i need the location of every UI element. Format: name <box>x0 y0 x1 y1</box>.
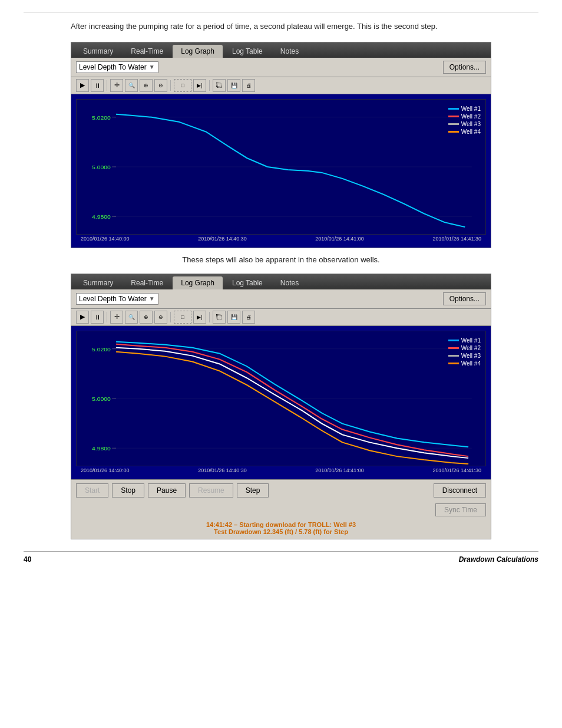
step-button[interactable]: Step <box>237 483 269 498</box>
tab-notes-2[interactable]: Notes <box>272 276 307 289</box>
disconnect-button[interactable]: Disconnect <box>434 483 486 498</box>
x2-label-2: 2010/01/26 14:40:30 <box>198 467 247 473</box>
print-button-2[interactable]: 🖨 <box>242 311 255 324</box>
copy-button-2[interactable]: ⿻ <box>213 311 226 324</box>
pause-button-1[interactable]: ⏸ <box>91 79 104 92</box>
legend-color-well4-2 <box>448 363 459 364</box>
pause-button[interactable]: Pause <box>148 483 186 498</box>
chart-inner-2: 5.0200 5.0000 4.9800 <box>76 331 486 466</box>
legend-label-well2-2: Well #2 <box>461 345 481 351</box>
footer-title: Drawdown Calculations <box>459 555 538 564</box>
sep-2 <box>170 80 171 91</box>
save-button-1[interactable]: 💾 <box>227 79 240 92</box>
zoom-button-1[interactable]: 🔍 <box>125 79 138 92</box>
dropdown-arrow-2: ▼ <box>149 295 155 302</box>
tab-bar-1: Summary Real-Time Log Graph Log Table No… <box>71 42 491 58</box>
svg-text:4.9800: 4.9800 <box>92 213 111 219</box>
sync-row: Sync Time <box>71 501 491 519</box>
start-button[interactable]: Start <box>76 483 108 498</box>
legend-color-well2-2 <box>448 347 459 349</box>
sep-1 <box>107 80 107 91</box>
chart-legend-1: Well #1 Well #2 Well #3 Well #4 <box>448 106 481 136</box>
play-button-1[interactable]: ▶ <box>76 79 89 92</box>
legend-color-well2-1 <box>448 116 459 117</box>
status-line1: 14:41:42 – Starting download for TROLL: … <box>76 521 486 528</box>
footer-page: 40 <box>24 555 31 564</box>
save-button-2[interactable]: 💾 <box>227 311 240 324</box>
icon-toolbar-1: ▶ ⏸ ✛ 🔍 ⊕ ⊖ □ ▶| ⿻ 💾 🖨 <box>71 77 491 94</box>
legend-label-well3-1: Well #3 <box>461 121 481 127</box>
x-label-2: 2010/01/26 14:40:30 <box>198 236 247 242</box>
play-button-2[interactable]: ▶ <box>76 311 89 324</box>
sync-time-button[interactable]: Sync Time <box>435 503 486 516</box>
crosshair-button-1[interactable]: ✛ <box>110 79 123 92</box>
legend-color-well4-1 <box>448 131 459 133</box>
pause-button-2[interactable]: ⏸ <box>91 311 104 324</box>
legend-label-well4-2: Well #4 <box>461 360 481 367</box>
svg-text:5.0000: 5.0000 <box>92 164 111 170</box>
page-container: After increasing the pumping rate for a … <box>0 0 562 728</box>
legend-label-well1-2: Well #1 <box>461 337 481 344</box>
legend-item-1: Well #1 <box>448 106 481 112</box>
print-button-1[interactable]: 🖨 <box>242 79 255 92</box>
x2-label-1: 2010/01/26 14:40:00 <box>81 467 130 473</box>
svg-text:5.0200: 5.0200 <box>92 346 111 352</box>
sep-6 <box>209 312 210 322</box>
svg-text:4.9800: 4.9800 <box>92 445 111 451</box>
chart-legend-2: Well #1 Well #2 Well #3 Well #4 <box>448 337 481 368</box>
top-border <box>24 12 538 12</box>
toolbar-row-1: Level Depth To Water ▼ Options... <box>71 58 491 77</box>
resume-button[interactable]: Resume <box>189 483 233 498</box>
zoom-button-2[interactable]: 🔍 <box>125 311 138 324</box>
status-bar: 14:41:42 – Starting download for TROLL: … <box>71 519 491 539</box>
tab-realtime-2[interactable]: Real-Time <box>123 276 171 289</box>
sep-3 <box>209 80 210 91</box>
legend-item-3: Well #3 <box>448 121 481 127</box>
end-button-1[interactable]: ▶| <box>193 79 206 92</box>
crosshair-button-2[interactable]: ✛ <box>110 311 123 324</box>
zoom-in-button-1[interactable]: ⊕ <box>140 79 153 92</box>
tab-logtable-1[interactable]: Log Table <box>224 45 271 58</box>
tab-logtable-2[interactable]: Log Table <box>224 276 271 289</box>
legend-color-well1-2 <box>448 340 459 341</box>
select-area-button-1[interactable]: □ <box>174 79 191 92</box>
legend-color-well1-1 <box>448 108 459 110</box>
x2-label-4: 2010/01/26 14:41:30 <box>432 467 481 473</box>
options-button-1[interactable]: Options... <box>443 61 486 74</box>
legend-color-well3-2 <box>448 355 459 357</box>
end-button-2[interactable]: ▶| <box>193 311 206 324</box>
stop-button[interactable]: Stop <box>112 483 144 498</box>
tab-notes-1[interactable]: Notes <box>272 45 307 58</box>
select-area-button-2[interactable]: □ <box>174 311 191 324</box>
zoom-out-button-1[interactable]: ⊖ <box>154 79 167 92</box>
icon-toolbar-2: ▶ ⏸ ✛ 🔍 ⊕ ⊖ □ ▶| ⿻ 💾 🖨 <box>71 309 491 326</box>
intro-text: After increasing the pumping rate for a … <box>71 21 491 32</box>
dropdown-2[interactable]: Level Depth To Water ▼ <box>76 293 158 305</box>
zoom-in-button-2[interactable]: ⊕ <box>140 311 153 324</box>
options-button-2[interactable]: Options... <box>443 292 486 305</box>
status-line2: Test Drawdown 12.345 (ft) / 5.78 (ft) fo… <box>76 528 486 535</box>
app-window-1: Summary Real-Time Log Graph Log Table No… <box>71 42 491 248</box>
legend-label-well3-2: Well #3 <box>461 353 481 359</box>
footer: 40 Drawdown Calculations <box>24 551 538 564</box>
tab-loggraph-1[interactable]: Log Graph <box>173 45 223 58</box>
legend-color-well3-1 <box>448 123 459 125</box>
legend-item-w3: Well #3 <box>448 353 481 359</box>
chart-area-2: 5.0200 5.0000 4.9800 <box>71 326 491 479</box>
between-text: These steps will also be apparent in the… <box>24 255 538 264</box>
tab-summary-1[interactable]: Summary <box>75 45 121 58</box>
chart-area-1: 5.0200 5.0000 4.9800 Well #1 <box>71 94 491 248</box>
zoom-out-button-2[interactable]: ⊖ <box>154 311 167 324</box>
tab-summary-2[interactable]: Summary <box>75 276 121 289</box>
legend-item-w2: Well #2 <box>448 345 481 351</box>
dropdown-arrow-1: ▼ <box>149 64 155 70</box>
legend-label-well2-1: Well #2 <box>461 113 481 120</box>
tab-bar-2: Summary Real-Time Log Graph Log Table No… <box>71 274 491 289</box>
tab-realtime-1[interactable]: Real-Time <box>123 45 171 58</box>
x-label-4: 2010/01/26 14:41:30 <box>432 236 481 242</box>
bottom-controls: Start Stop Pause Resume Step Disconnect <box>71 479 491 501</box>
copy-button-1[interactable]: ⿻ <box>213 79 226 92</box>
tab-loggraph-2[interactable]: Log Graph <box>173 276 223 289</box>
dropdown-1[interactable]: Level Depth To Water ▼ <box>76 61 158 73</box>
sep-5 <box>170 312 171 322</box>
